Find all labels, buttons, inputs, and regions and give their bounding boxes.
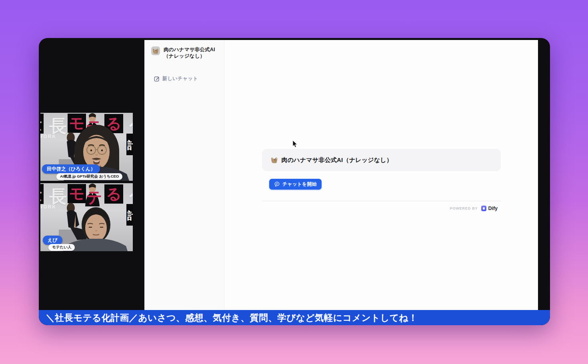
divider — [262, 201, 501, 201]
app-header: 🧺 肉のハナマサ非公式AI （ナレッジなし） — [151, 46, 215, 59]
nametag-ebi: えび — [43, 236, 62, 245]
new-chat-button[interactable]: 新しいチャット — [154, 75, 198, 82]
compose-icon — [154, 76, 160, 82]
roletag-tanaka: AI氣道.jp GPTs研究会 おうちCEO — [56, 173, 122, 180]
stream-banner: ＼社長モテる化計画／あいさつ、感想、気付き、質問、学びなど気軽にコメントしてね！ — [39, 310, 550, 325]
chat-sidebar: 🧺 肉のハナマサ非公式AI （ナレッジなし） 新しいチャット — [144, 40, 224, 310]
powered-by-label: POWERED BY — [450, 206, 478, 210]
roletag-ebi: モテたい人 — [48, 244, 75, 251]
dify-chat-app: 🧺 肉のハナマサ非公式AI （ナレッジなし） 新しいチャット 🧺 肉のハナマサ非… — [144, 40, 538, 310]
start-chat-label: チャットを開始 — [282, 181, 316, 188]
banner-text: ＼社長モテる化計画／あいさつ、感想、気付き、質問、学びなど気軽にコメントしてね！ — [46, 312, 418, 324]
chat-bubble-icon — [274, 182, 280, 187]
powered-by-row: POWERED BY Dify — [262, 206, 501, 211]
app-title-line1: 肉のハナマサ非公式AI — [164, 46, 215, 53]
dify-logo-link[interactable]: Dify — [481, 206, 498, 211]
app-title: 肉のハナマサ非公式AI （ナレッジなし） — [164, 46, 215, 59]
app-icon: 🧺 — [271, 157, 278, 163]
mouse-cursor-icon — [292, 140, 298, 148]
welcome-title: 肉のハナマサ非公式AI（ナレッジなし） — [281, 156, 392, 164]
nametag-tanaka: 田中啓之（ひろくん） — [42, 164, 100, 174]
stream-window: WORK 仕 長 モ テ る 化 計 — [39, 38, 550, 325]
webcam-feed-ebi: WORK 仕 長 モ テ る 化 計 — [40, 183, 133, 251]
welcome-card: 🧺 肉のハナマサ非公式AI（ナレッジなし） — [262, 149, 501, 171]
new-chat-label: 新しいチャット — [162, 75, 198, 82]
start-chat-button[interactable]: チャットを開始 — [269, 179, 322, 190]
webcam-feed-tanaka: WORK 仕 長 モ テ る 化 計 — [40, 113, 133, 181]
dify-logo-icon — [481, 206, 486, 211]
app-icon: 🧺 — [151, 46, 160, 55]
app-title-line2: （ナレッジなし） — [164, 53, 215, 59]
dify-brand-name: Dify — [488, 206, 498, 211]
stream-page: { "chat_app": { "header": { "app_icon": … — [0, 0, 588, 364]
